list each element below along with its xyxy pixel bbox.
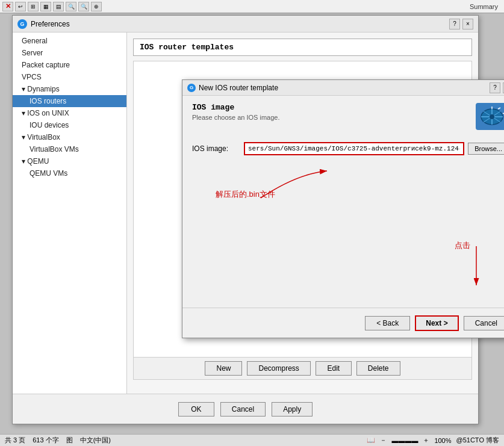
- sidebar-item-server[interactable]: Server: [13, 47, 126, 59]
- expand-icon-3: ▾: [22, 133, 27, 141]
- status-lang: 中文(中国): [80, 436, 111, 445]
- sidebar-item-general[interactable]: General: [13, 35, 126, 47]
- top-toolbar: ✕ ↩ ⊞ ▦ ▤ 🔍 🔍 ⊕ Summary: [0, 0, 504, 13]
- ios-image-label: IOS image:: [192, 144, 240, 153]
- ios-image-row: IOS image: Browse...: [192, 142, 504, 155]
- sidebar-item-qemu[interactable]: ▾ QEMU: [13, 155, 126, 167]
- decompress-button[interactable]: Decompress: [247, 361, 310, 376]
- sidebar-item-ios-on-unix[interactable]: ▾ IOS on UNIX: [13, 107, 126, 119]
- prefs-close-button[interactable]: ×: [462, 19, 473, 29]
- prefs-dialog-icon: G: [17, 19, 27, 29]
- toolbar-btn-2[interactable]: ⊞: [28, 2, 39, 11]
- expand-icon: ▾: [22, 85, 27, 93]
- sub-dialog-footer: < Back Next > Cancel: [182, 308, 504, 338]
- status-chars: 613 个字: [33, 436, 58, 445]
- expand-icon-2: ▾: [22, 109, 27, 117]
- prefs-dialog-title: Preferences: [31, 20, 449, 28]
- status-pages: 共 3 页: [5, 436, 25, 445]
- toolbar-btn-5[interactable]: 🔍: [66, 2, 76, 11]
- toolbar-btn-3[interactable]: ▦: [40, 2, 51, 11]
- sub-dialog-titlebar: G New IOS router template ? ×: [182, 80, 504, 96]
- svg-point-5: [490, 114, 494, 119]
- toolbar-btn-1[interactable]: ↩: [15, 2, 26, 11]
- back-button[interactable]: < Back: [365, 316, 410, 330]
- main-title: IOS router templates: [133, 39, 472, 56]
- sidebar-item-iou-devices[interactable]: IOU devices: [13, 119, 126, 131]
- ok-button[interactable]: OK: [178, 402, 214, 417]
- prefs-main: IOS router templates G New IOS router te…: [127, 33, 478, 394]
- sidebar-item-vpcs[interactable]: VPCS: [13, 71, 126, 83]
- new-button[interactable]: New: [205, 361, 242, 376]
- arrow-svg-1: [213, 150, 345, 210]
- router-svg: [479, 105, 504, 128]
- sidebar-item-packet-capture[interactable]: Packet capture: [13, 59, 126, 71]
- status-slider[interactable]: ▬▬▬▬: [391, 437, 418, 444]
- status-lang-icon: 图: [66, 436, 73, 445]
- sub-dialog-title: New IOS router template: [199, 84, 490, 92]
- apply-button[interactable]: Apply: [272, 402, 313, 417]
- sidebar-item-ios-routers[interactable]: IOS routers: [13, 95, 126, 107]
- zoom-icon-book: 📖: [367, 436, 375, 444]
- edit-button[interactable]: Edit: [316, 361, 352, 376]
- svg-line-7: [498, 108, 500, 109]
- prefs-titlebar: G Preferences ? ×: [13, 16, 478, 33]
- expand-icon-4: ▾: [22, 157, 27, 166]
- toolbar-btn-6[interactable]: 🔍: [78, 2, 89, 11]
- router-icon: [476, 103, 504, 130]
- annotation-text-2: 点击: [455, 240, 470, 251]
- cancel-button[interactable]: Cancel: [220, 402, 266, 417]
- sidebar-item-virtualbox-vms[interactable]: VirtualBox VMs: [13, 143, 126, 155]
- preferences-dialog: G Preferences ? × General Server Packet …: [12, 15, 479, 424]
- sidebar-item-virtualbox[interactable]: ▾ VirtualBox: [13, 131, 126, 143]
- annotation-text-1: 解压后的.bin文件: [216, 189, 275, 200]
- status-zoom: 100%: [434, 437, 451, 444]
- status-plus[interactable]: ＋: [423, 436, 429, 445]
- close-icon[interactable]: ✕: [2, 2, 13, 11]
- sidebar-item-dynamips[interactable]: ▾ Dynamips: [13, 83, 126, 95]
- browse-button[interactable]: Browse...: [468, 143, 504, 155]
- toolbar-btn-4[interactable]: ▤: [53, 2, 64, 11]
- prefs-help-button[interactable]: ?: [449, 19, 460, 29]
- sidebar-item-qemu-vms[interactable]: QEMU VMs: [13, 167, 126, 179]
- prefs-titlebar-buttons: ? ×: [449, 19, 473, 29]
- main-content-buttons: New Decompress Edit Delete: [134, 357, 471, 379]
- statusbar-right: 📖 － ▬▬▬▬ ＋ 100% @51CTO 博客: [367, 436, 499, 445]
- new-ios-router-dialog: G New IOS router template ? × IOS image …: [182, 79, 504, 338]
- sub-dialog-body: IOS image Please choose an IOS image.: [182, 96, 504, 308]
- sub-dialog-help-button[interactable]: ?: [490, 82, 500, 93]
- ios-image-subtitle: Please choose an IOS image.: [192, 114, 280, 121]
- prefs-sidebar: General Server Packet capture VPCS ▾ Dyn…: [13, 33, 127, 394]
- next-button[interactable]: Next >: [415, 315, 458, 331]
- ios-image-heading: IOS image: [192, 103, 280, 112]
- sub-dialog-icon: G: [187, 84, 196, 92]
- right-summary-label: Summary: [470, 3, 502, 10]
- toolbar-btn-7[interactable]: ⊕: [91, 2, 102, 11]
- main-content-area: G New IOS router template ? × IOS image …: [133, 61, 472, 380]
- sub-dialog-header: IOS image Please choose an IOS image.: [192, 103, 504, 130]
- prefs-footer: OK Cancel Apply: [13, 394, 478, 424]
- sub-dialog-header-text: IOS image Please choose an IOS image.: [192, 103, 280, 121]
- status-bar: 共 3 页 613 个字 图 中文(中国) 📖 － ▬▬▬▬ ＋ 100% @5…: [0, 434, 504, 446]
- toolbar-icons: ✕ ↩ ⊞ ▦ ▤ 🔍 🔍 ⊕: [2, 2, 102, 11]
- sub-cancel-button[interactable]: Cancel: [464, 316, 504, 330]
- ios-image-input[interactable]: [244, 142, 464, 155]
- delete-button[interactable]: Delete: [356, 361, 400, 376]
- prefs-body: General Server Packet capture VPCS ▾ Dyn…: [13, 33, 478, 394]
- status-blog: @51CTO 博客: [456, 436, 499, 445]
- status-minus[interactable]: －: [380, 436, 387, 445]
